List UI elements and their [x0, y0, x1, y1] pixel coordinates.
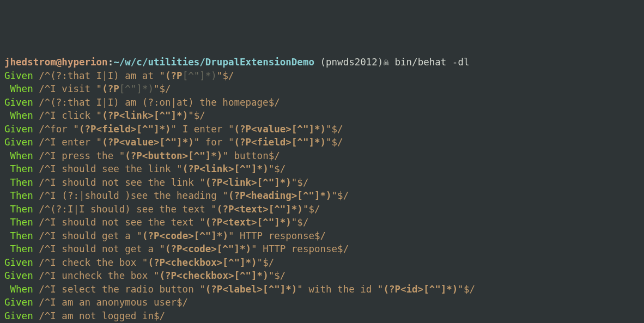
step-regex-segment: "$/	[326, 124, 343, 135]
step-regex-segment: /^for "	[33, 124, 79, 135]
step-definition-line: When /^I click "(?P<link>[^"]*)"$/	[4, 109, 640, 123]
step-regex-segment: /^I click "	[33, 110, 102, 121]
step-definition-line: Then /^I should not see the text "(?P<te…	[4, 216, 640, 229]
step-regex-segment: /^I should get a "	[33, 230, 142, 241]
step-regex-segment: /^I visit "	[33, 83, 102, 94]
step-regex-segment: /^I should not get a "	[33, 243, 165, 254]
step-regex-segment: (?P<text>[^"]*)	[217, 204, 303, 215]
step-regex-segment: "$/	[291, 217, 309, 228]
step-keyword: When	[4, 83, 33, 94]
step-regex-segment: (?P<code>[^"]*)	[165, 243, 251, 254]
step-regex-segment: [^"]*)	[119, 83, 154, 94]
step-regex-segment: /^I should see the link "	[33, 163, 183, 174]
step-regex-segment: "$/	[458, 284, 475, 295]
step-keyword: Given	[4, 297, 33, 308]
step-definition-line: Given /^(?:that I|I) am at "(?P[^"]*)"$/	[4, 69, 640, 83]
step-regex-segment: " I enter "	[171, 124, 234, 135]
step-regex-segment: "$/	[269, 163, 286, 174]
step-regex-segment: /^I should not see the link "	[33, 177, 205, 188]
step-definition-line: Given /^I am an anonymous user$/	[4, 296, 640, 309]
command-text: bin/behat -dl	[389, 57, 470, 68]
step-regex-segment: (?P<value>[^"]*)	[234, 124, 326, 135]
step-definition-line: When /^I select the radio button "(?P<la…	[4, 283, 640, 296]
step-regex-segment: (?P<link>[^"]*)	[102, 110, 188, 121]
step-definition-line: Then /^I should not see the link "(?P<li…	[4, 176, 640, 190]
step-regex-segment: /^I uncheck the box "	[33, 270, 160, 281]
step-keyword: Then	[4, 177, 33, 188]
step-definition-line: Then /^I should get a "(?P<code>[^"]*)" …	[4, 229, 640, 243]
step-regex-segment: (?P<text>[^"]*)	[205, 217, 291, 228]
step-regex-segment: /^I select the radio button "	[33, 284, 205, 295]
step-regex-segment: (?P<field>[^"]*)	[79, 124, 171, 135]
step-regex-segment: "$/	[303, 204, 320, 215]
step-regex-segment: "$/	[188, 110, 205, 121]
step-regex-segment: (?P	[165, 70, 183, 81]
step-definition-line: Given /^I uncheck the box "(?P<checkbox>…	[4, 269, 640, 283]
step-regex-segment: "$/	[326, 137, 343, 148]
step-regex-segment: /^I am not logged in$/	[33, 310, 165, 321]
step-regex-segment: " button$/	[222, 150, 280, 161]
step-regex-segment: (?P<code>[^"]*)	[142, 230, 228, 241]
step-regex-segment: " for "	[194, 137, 234, 148]
step-keyword: Given	[4, 97, 33, 108]
step-keyword: Given	[4, 124, 33, 135]
step-keyword: When	[4, 150, 33, 161]
step-regex-segment: /^(?:that I|I) am at "	[33, 70, 165, 81]
step-regex-segment: "$/	[269, 270, 286, 281]
step-regex-segment: (?P<link>[^"]*)	[183, 163, 269, 174]
step-keyword: When	[4, 284, 33, 295]
step-keyword: Given	[4, 257, 33, 268]
step-keyword: When	[4, 110, 33, 121]
step-regex-segment: "$/	[217, 70, 234, 81]
step-keyword: Then	[4, 243, 33, 254]
step-regex-segment: [^"]*)	[183, 70, 217, 81]
step-regex-segment: (?P<field>[^"]*)	[234, 137, 326, 148]
step-regex-segment: (?P<id>[^"]*)	[383, 284, 458, 295]
step-regex-segment: (?P<heading>[^"]*)	[228, 190, 332, 201]
step-regex-segment: (?P	[102, 83, 119, 94]
step-keyword: Then	[4, 204, 33, 215]
step-regex-segment: "$/	[154, 83, 171, 94]
step-definition-line: Then /^I should not get a "(?P<code>[^"]…	[4, 242, 640, 256]
step-definition-line: When /^I press the "(?P<button>[^"]*)" b…	[4, 149, 640, 163]
step-definition-line: When /^I visit "(?P[^"]*)"$/	[4, 82, 640, 96]
step-regex-segment: "$/	[257, 257, 275, 268]
step-regex-segment: " HTTP response$/	[228, 230, 326, 241]
step-definition-line: Given /^(?:that I|I) am (?:on|at) the ho…	[4, 96, 640, 109]
step-regex-segment: /^I (?:|should )see the heading "	[33, 190, 228, 201]
step-definition-line: Given /^I check the box "(?P<checkbox>[^…	[4, 256, 640, 270]
step-regex-segment: (?P<value>[^"]*)	[102, 137, 194, 148]
step-definition-line: Then /^I should see the link "(?P<link>[…	[4, 162, 640, 176]
step-regex-segment: (?P<checkbox>[^"]*)	[148, 257, 257, 268]
step-keyword: Given	[4, 137, 33, 148]
prompt-path: ~/w/c/utilities/DrupalExtensionDemo	[113, 57, 314, 68]
step-regex-segment: "$/	[291, 177, 309, 188]
step-definition-line: Then /^(?:I|I should) see the text "(?P<…	[4, 203, 640, 216]
step-regex-segment: /^(?:I|I should) see the text "	[33, 204, 217, 215]
step-keyword: Then	[4, 190, 33, 201]
terminal-output: jhedstrom@hyperion:~/w/c/utilities/Drupa…	[4, 56, 640, 323]
step-regex-segment: (?P<checkbox>[^"]*)	[159, 270, 268, 281]
prompt-branch: (pnwds2012)	[320, 57, 384, 68]
step-regex-segment: (?P<label>[^"]*)	[205, 284, 297, 295]
prompt-user: jhedstrom@hyperion	[4, 57, 108, 68]
step-keyword: Then	[4, 217, 33, 228]
step-definition-line: Given /^I am not logged in$/	[4, 309, 640, 323]
step-regex-segment: (?P<link>[^"]*)	[205, 177, 291, 188]
step-definition-line: Then /^I (?:|should )see the heading "(?…	[4, 189, 640, 203]
step-regex-segment: /^I should not see the text "	[33, 217, 205, 228]
step-keyword: Given	[4, 310, 33, 321]
step-keyword: Given	[4, 270, 33, 281]
step-regex-segment: /^I am an anonymous user$/	[33, 297, 188, 308]
step-regex-segment: /^I check the box "	[33, 257, 148, 268]
step-regex-segment: /^I press the "	[33, 150, 125, 161]
step-keyword: Then	[4, 163, 33, 174]
step-keyword: Then	[4, 230, 33, 241]
prompt-symbol-icon: ☠	[383, 57, 389, 68]
prompt-separator: :	[108, 57, 114, 68]
step-regex-segment: "$/	[332, 190, 349, 201]
step-regex-segment: " with the id "	[297, 284, 383, 295]
prompt-line: jhedstrom@hyperion:~/w/c/utilities/Drupa…	[4, 56, 640, 69]
step-definition-line: Given /^for "(?P<field>[^"]*)" I enter "…	[4, 123, 640, 136]
step-regex-segment: " HTTP response$/	[251, 243, 349, 254]
